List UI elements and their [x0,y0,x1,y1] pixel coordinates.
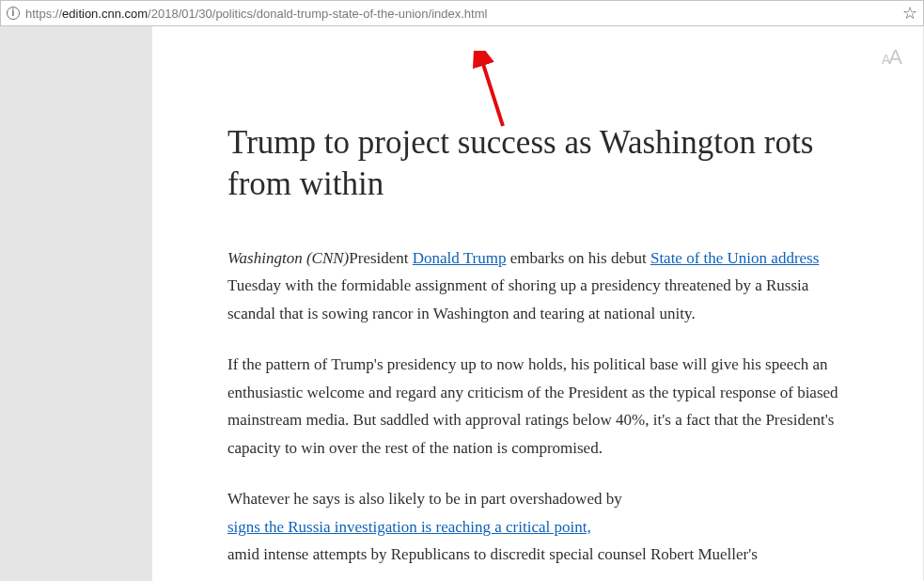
article-body: Washington (CNN)President Donald Trump e… [227,244,867,570]
link-sotu-address[interactable]: State of the Union address [650,249,819,267]
font-size-toggle[interactable]: AA [882,45,901,70]
article-headline: Trump to project success as Washington r… [227,122,848,205]
font-big-icon: A [888,45,901,69]
page-background: AA Trump to project success as Washingto… [0,26,924,581]
site-info-icon[interactable]: i [7,7,20,20]
link-donald-trump[interactable]: Donald Trump [413,249,507,267]
url-display: https://edition.cnn.com/2018/01/30/polit… [25,7,895,21]
byline-location: Washington (CNN) [227,249,349,267]
link-russia-investigation[interactable]: signs the Russia investigation is reachi… [227,518,591,536]
url-path: /2018/01/30/politics/donald-trump-state-… [148,7,487,21]
url-host: edition.cnn.com [62,7,148,21]
browser-address-bar[interactable]: i https://edition.cnn.com/2018/01/30/pol… [0,0,924,26]
article-paragraph: Whatever he says is also likely to be in… [227,485,848,569]
bookmark-star-icon[interactable]: ☆ [902,3,917,24]
article-paragraph: Washington (CNN)President Donald Trump e… [227,244,848,328]
reader-view-card: AA Trump to project success as Washingto… [152,26,923,581]
article-paragraph: If the pattern of Trump's presidency up … [227,351,848,463]
url-scheme: https:// [25,7,62,21]
